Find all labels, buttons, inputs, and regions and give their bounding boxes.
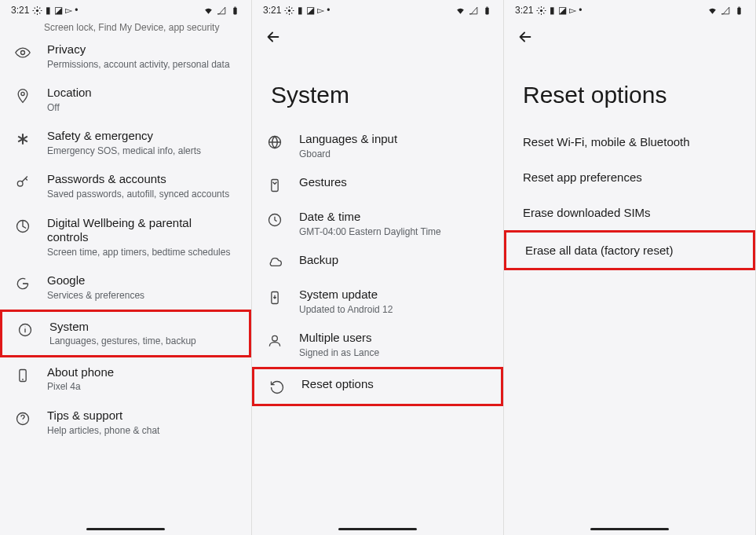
wellbeing-icon bbox=[14, 218, 31, 235]
item-title: Tips & support bbox=[47, 409, 236, 423]
screen2-item-date-time[interactable]: Date & timeGMT-04:00 Eastern Daylight Ti… bbox=[252, 202, 503, 245]
item-subtitle: Emergency SOS, medical info, alerts bbox=[47, 145, 236, 156]
battery-icon bbox=[230, 5, 240, 16]
item-title: Gestures bbox=[299, 175, 488, 190]
item-subtitle: Gboard bbox=[299, 148, 488, 159]
screen2-item-system-update[interactable]: System updateUpdated to Android 12 bbox=[252, 280, 503, 323]
item-title: Location bbox=[47, 86, 236, 101]
settings-list: PrivacyPermissions, account activity, pe… bbox=[0, 35, 251, 452]
screen2-item-backup[interactable]: Backup bbox=[252, 245, 503, 280]
battery-icon bbox=[482, 5, 492, 16]
truncated-prev-sub: Screen lock, Find My Device, app securit… bbox=[0, 17, 251, 35]
screen2-item-gestures[interactable]: Gestures bbox=[252, 167, 503, 202]
status-notif-icons: ▮ ◪ ▻ • bbox=[298, 5, 330, 16]
screen1-item-google[interactable]: GoogleServices & preferences bbox=[0, 266, 251, 309]
screen2-item-reset-options[interactable]: Reset options bbox=[252, 367, 503, 406]
status-time: 3:21 bbox=[11, 5, 29, 16]
eye-icon bbox=[14, 44, 31, 61]
item-title: Google bbox=[47, 273, 236, 288]
help-icon bbox=[14, 410, 31, 427]
reset-item-erase-downloaded-sims[interactable]: Erase downloaded SIMs bbox=[504, 195, 755, 230]
screen-reset-options: 3:21 ▮ ◪ ▻ • Reset options Reset Wi-Fi, … bbox=[504, 0, 756, 535]
screen1-item-safety-emergency[interactable]: Safety & emergencyEmergency SOS, medical… bbox=[0, 121, 251, 164]
asterisk-icon bbox=[14, 130, 31, 148]
item-subtitle: Saved passwords, autofill, synced accoun… bbox=[47, 189, 236, 200]
google-icon bbox=[14, 275, 31, 292]
item-title: Languages & input bbox=[299, 132, 488, 147]
signal-icon bbox=[721, 5, 731, 16]
status-time: 3:21 bbox=[515, 5, 533, 16]
item-title: Reset app preferences bbox=[523, 170, 736, 184]
screen1-item-location[interactable]: LocationOff bbox=[0, 78, 251, 121]
battery-icon bbox=[734, 5, 744, 16]
pin-icon bbox=[14, 87, 31, 104]
gear-icon bbox=[284, 5, 294, 16]
status-bar: 3:21 ▮ ◪ ▻ • bbox=[0, 0, 251, 17]
item-title: Erase downloaded SIMs bbox=[523, 206, 736, 219]
status-notif-icons: ▮ ◪ ▻ • bbox=[550, 5, 582, 16]
item-title: Backup bbox=[299, 253, 488, 268]
item-title: Erase all data (factory reset) bbox=[525, 244, 734, 257]
status-time: 3:21 bbox=[263, 5, 281, 16]
reset-list: Reset Wi-Fi, mobile & BluetoothReset app… bbox=[504, 124, 755, 278]
screen1-item-privacy[interactable]: PrivacyPermissions, account activity, pe… bbox=[0, 35, 251, 78]
item-subtitle: Off bbox=[47, 102, 236, 113]
item-subtitle: Pixel 4a bbox=[47, 381, 236, 392]
item-subtitle: Services & preferences bbox=[47, 290, 236, 301]
screen1-item-about-phone[interactable]: About phonePixel 4a bbox=[0, 357, 251, 401]
info-icon bbox=[16, 321, 34, 339]
update-icon bbox=[266, 289, 283, 306]
item-subtitle: Permissions, account activity, personal … bbox=[47, 59, 236, 70]
key-icon bbox=[14, 174, 31, 191]
item-title: Privacy bbox=[47, 42, 236, 57]
nav-handle[interactable] bbox=[86, 528, 165, 530]
nav-handle[interactable] bbox=[590, 528, 669, 530]
item-title: Safety & emergency bbox=[47, 129, 236, 144]
screen-settings-root: 3:21 ▮ ◪ ▻ • Screen lock, Find My Device… bbox=[0, 0, 252, 535]
system-list: Languages & inputGboardGesturesDate & ti… bbox=[252, 124, 503, 414]
screen1-item-tips-support[interactable]: Tips & supportHelp articles, phone & cha… bbox=[0, 401, 251, 444]
item-subtitle: GMT-04:00 Eastern Daylight Time bbox=[299, 226, 488, 237]
back-icon[interactable] bbox=[265, 28, 282, 46]
item-title: About phone bbox=[47, 365, 236, 380]
reset-item-reset-app-preferences[interactable]: Reset app preferences bbox=[504, 159, 755, 195]
screen1-item-digital-wellbeing-parental-controls[interactable]: Digital Wellbeing & parental controlsScr… bbox=[0, 208, 251, 266]
status-notif-icons: ▮ ◪ ▻ • bbox=[46, 5, 78, 16]
item-title: Multiple users bbox=[299, 331, 488, 346]
item-subtitle: Updated to Android 12 bbox=[299, 304, 488, 315]
wifi-icon bbox=[707, 5, 718, 16]
nav-handle[interactable] bbox=[338, 528, 417, 530]
item-title: Digital Wellbeing & parental controls bbox=[47, 216, 236, 246]
item-title: System bbox=[49, 320, 233, 335]
screen2-item-languages-input[interactable]: Languages & inputGboard bbox=[252, 124, 503, 167]
phone-icon bbox=[14, 367, 31, 384]
item-title: Date & time bbox=[299, 210, 488, 225]
screen-system: 3:21 ▮ ◪ ▻ • System Languages & inputGbo… bbox=[252, 0, 504, 535]
status-bar: 3:21 ▮ ◪ ▻ • bbox=[252, 0, 503, 17]
signal-icon bbox=[217, 5, 227, 16]
cloud-icon bbox=[266, 255, 283, 272]
gear-icon bbox=[32, 5, 42, 16]
item-title: Reset Wi-Fi, mobile & Bluetooth bbox=[523, 135, 736, 148]
wifi-icon bbox=[455, 5, 466, 16]
signal-icon bbox=[469, 5, 479, 16]
reset-item-erase-all-data-factory-reset[interactable]: Erase all data (factory reset) bbox=[504, 230, 755, 270]
gesture-icon bbox=[266, 177, 283, 194]
status-bar: 3:21 ▮ ◪ ▻ • bbox=[504, 0, 755, 17]
page-title: System bbox=[252, 55, 503, 124]
gear-icon bbox=[536, 5, 546, 16]
reset-icon bbox=[268, 379, 286, 396]
screen2-item-multiple-users[interactable]: Multiple usersSigned in as Lance bbox=[252, 323, 503, 366]
screen1-item-system[interactable]: SystemLanguages, gestures, time, backup bbox=[0, 310, 251, 357]
globe-icon bbox=[266, 134, 283, 151]
screen1-item-passwords-accounts[interactable]: Passwords & accountsSaved passwords, aut… bbox=[0, 164, 251, 207]
reset-item-reset-wi-fi-mobile-bluetooth[interactable]: Reset Wi-Fi, mobile & Bluetooth bbox=[504, 124, 755, 159]
item-subtitle: Screen time, app timers, bedtime schedul… bbox=[47, 247, 236, 258]
wifi-icon bbox=[203, 5, 214, 16]
item-subtitle: Signed in as Lance bbox=[299, 347, 488, 358]
clock-icon bbox=[266, 211, 283, 229]
item-subtitle: Languages, gestures, time, backup bbox=[49, 335, 233, 346]
page-title: Reset options bbox=[504, 55, 755, 124]
back-icon[interactable] bbox=[517, 28, 534, 46]
item-title: Reset options bbox=[301, 377, 485, 392]
